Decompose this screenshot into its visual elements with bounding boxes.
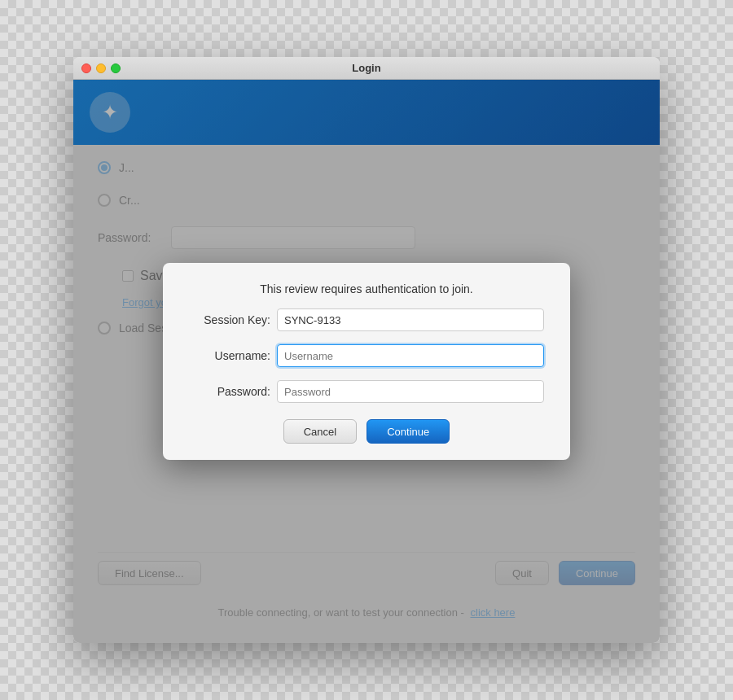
modal-title: This review requires authentication to j… xyxy=(189,282,544,295)
session-key-label: Session Key: xyxy=(189,313,270,326)
modal-password-input[interactable] xyxy=(277,380,544,403)
main-window: Login ✦ J... Cr... Password: xyxy=(73,57,660,643)
session-key-row: Session Key: xyxy=(189,308,544,331)
traffic-lights xyxy=(81,63,121,73)
modal-buttons: Cancel Continue xyxy=(189,419,544,444)
window-content: ✦ J... Cr... Password: Save xyxy=(73,80,660,643)
username-input[interactable] xyxy=(277,344,544,367)
modal-cancel-button[interactable]: Cancel xyxy=(283,419,357,444)
maximize-button[interactable] xyxy=(111,63,121,73)
modal-password-row: Password: xyxy=(189,380,544,403)
window-title: Login xyxy=(352,62,380,74)
close-button[interactable] xyxy=(81,63,91,73)
modal-password-label: Password: xyxy=(189,385,270,398)
username-label: Username: xyxy=(189,349,270,362)
modal-continue-button[interactable]: Continue xyxy=(366,419,450,444)
session-key-input[interactable] xyxy=(277,308,544,331)
auth-modal: This review requires authentication to j… xyxy=(163,263,570,460)
title-bar: Login xyxy=(73,57,660,80)
modal-overlay: This review requires authentication to j… xyxy=(73,80,660,643)
username-row: Username: xyxy=(189,344,544,367)
minimize-button[interactable] xyxy=(96,63,106,73)
